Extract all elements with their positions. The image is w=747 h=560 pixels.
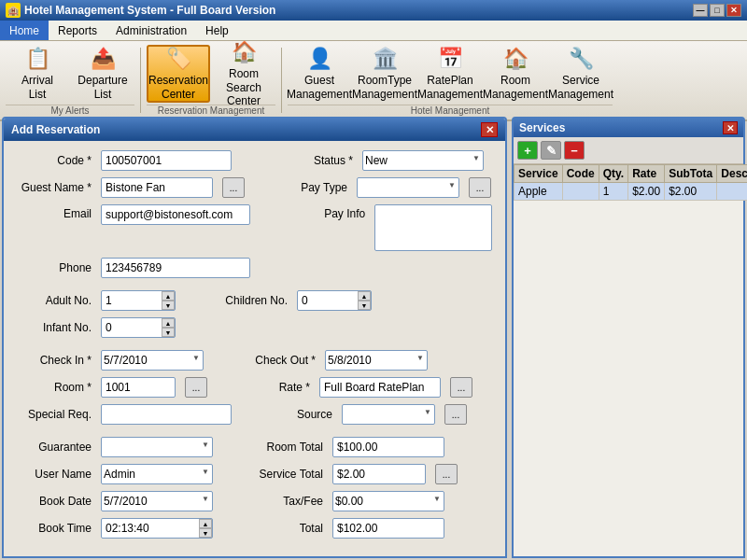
room-search-icon: 🏠 (227, 40, 261, 64)
room-total-input[interactable] (332, 437, 444, 457)
checkin-select[interactable]: 5/7/2010 (101, 350, 204, 371)
rateplan-management-button[interactable]: 📅 RatePlanManagement (418, 45, 482, 103)
room-rate-row: Room * ... Rate * ... (17, 377, 492, 398)
service-total-label: Service Total (248, 468, 323, 481)
adult-no-down-button[interactable]: ▼ (162, 301, 175, 310)
rateplan-icon: 📅 (433, 47, 467, 71)
guarantee-label: Guarantee (17, 441, 92, 454)
adult-no-label: Adult No. (17, 294, 92, 307)
email-payinfo-row: Email Pay Info (17, 204, 492, 251)
service-cell-code (562, 183, 599, 201)
children-no-up-button[interactable]: ▲ (358, 291, 371, 301)
room-label: Room * (17, 381, 92, 394)
services-panel: Services ✕ + ✎ − Service Code Qty. Rate … (512, 117, 745, 558)
hotel-mgmt-label: Hotel Management (288, 105, 613, 116)
checkin-checkout-row: Check In * 5/7/2010 Check Out * 5/8/2010 (17, 350, 492, 371)
room-browse-button[interactable]: ... (185, 377, 207, 398)
phone-row: Phone (17, 258, 492, 278)
phone-label: Phone (17, 261, 92, 274)
code-input[interactable] (101, 150, 232, 171)
special-req-input[interactable] (101, 404, 232, 425)
infant-no-up-button[interactable]: ▲ (162, 318, 175, 328)
reservation-center-button[interactable]: 🏷️ ReservationCenter (147, 45, 210, 103)
source-label: Source (258, 408, 332, 421)
room-input[interactable] (101, 377, 176, 398)
source-browse-button[interactable]: ... (444, 404, 467, 425)
service-management-button[interactable]: 🔧 ServiceManagement (549, 45, 613, 103)
dialog-title-bar: Add Reservation ✕ (4, 119, 505, 141)
rate-label: Rate * (235, 381, 310, 394)
menu-help[interactable]: Help (196, 21, 238, 40)
service-total-browse-button[interactable]: ... (435, 464, 458, 484)
book-time-down-button[interactable]: ▼ (199, 528, 212, 538)
total-input[interactable] (332, 518, 444, 539)
guest-name-input[interactable] (101, 177, 213, 198)
tax-fee-select[interactable]: $0.00 (332, 491, 444, 511)
close-button[interactable]: ✕ (726, 4, 741, 17)
pay-type-label: Pay Type (273, 181, 347, 194)
adults-children-row: Adult No. ▲ ▼ Children No. ▲ ▼ (17, 290, 492, 311)
book-date-label: Book Date (17, 495, 92, 508)
app-icon: 🏨 (6, 3, 21, 18)
infant-row: Infant No. ▲ ▼ (17, 317, 492, 338)
services-add-button[interactable]: + (517, 141, 538, 160)
special-source-row: Special Req. Source ... (17, 404, 492, 425)
maximize-button[interactable]: □ (710, 4, 725, 17)
guest-name-browse-button[interactable]: ... (222, 177, 245, 198)
services-edit-button[interactable]: ✎ (541, 141, 561, 160)
table-row[interactable]: Apple 1 $2.00 $2.00 (514, 183, 748, 201)
book-time-up-button[interactable]: ▲ (199, 519, 212, 528)
roomtype-management-button[interactable]: 🏛️ RoomTypeManagement (353, 45, 416, 103)
arrival-list-icon: 📋 (21, 47, 54, 71)
app-title: Hotel Management System - Full Board Ver… (24, 4, 275, 17)
services-delete-button[interactable]: − (564, 141, 585, 160)
pay-type-select[interactable]: Cash Credit Card (357, 177, 459, 198)
checkout-label: Check Out * (241, 354, 316, 367)
service-cell-service: Apple (514, 183, 563, 201)
menu-home[interactable]: Home (0, 21, 49, 40)
rate-input[interactable] (319, 377, 441, 398)
services-col-qty: Qty. (599, 165, 627, 183)
toolbar: 📋 ArrivalList 📤 DepartureList My Alerts … (0, 41, 747, 121)
room-management-button[interactable]: 🏠 RoomManagement (484, 45, 547, 103)
menu-administration[interactable]: Administration (106, 21, 196, 40)
username-select[interactable]: Admin (101, 464, 213, 484)
dialog-close-button[interactable]: ✕ (481, 122, 498, 137)
services-close-button[interactable]: ✕ (723, 121, 738, 134)
services-toolbar: + ✎ − (514, 137, 743, 164)
pay-info-textarea[interactable] (374, 204, 492, 251)
pay-type-browse-button[interactable]: ... (469, 177, 491, 198)
services-col-code: Code (562, 165, 599, 183)
service-cell-qty: 1 (599, 183, 627, 201)
infant-no-label: Infant No. (17, 321, 92, 334)
book-date-select[interactable]: 5/7/2010 (101, 491, 213, 511)
guarantee-select[interactable] (101, 437, 213, 457)
book-time-input[interactable] (101, 518, 213, 539)
services-title-bar: Services ✕ (514, 119, 743, 137)
service-cell-rate: $2.00 (628, 183, 665, 201)
children-no-down-button[interactable]: ▼ (358, 301, 371, 310)
departure-list-button[interactable]: 📤 DepartureList (71, 45, 134, 103)
infant-no-down-button[interactable]: ▼ (162, 328, 175, 337)
service-total-input[interactable] (332, 464, 426, 484)
roomtype-icon: 🏛️ (368, 47, 402, 71)
menu-reports[interactable]: Reports (49, 21, 106, 40)
dialog-title-text: Add Reservation (11, 123, 100, 136)
booktime-total-row: Book Time ▲ ▼ Total (17, 518, 492, 539)
code-label: Code * (17, 154, 92, 167)
guarantee-roomtotal-row: Guarantee Room Total (17, 437, 492, 457)
minimize-button[interactable]: — (693, 4, 708, 17)
checkout-select[interactable]: 5/8/2010 (325, 350, 428, 371)
dialog-area: Add Reservation ✕ Code * Status * New Co… (2, 117, 745, 558)
status-select[interactable]: New Confirmed Cancelled (362, 150, 484, 171)
source-select[interactable] (342, 404, 435, 425)
adult-no-up-button[interactable]: ▲ (162, 291, 175, 301)
room-search-center-button[interactable]: 🏠 Room SearchCenter (212, 45, 275, 103)
phone-input[interactable] (101, 258, 250, 278)
email-input[interactable] (101, 204, 250, 225)
rate-browse-button[interactable]: ... (450, 377, 472, 398)
guest-management-button[interactable]: 👤 GuestManagement (288, 45, 351, 103)
username-label: User Name (17, 468, 92, 481)
arrival-list-button[interactable]: 📋 ArrivalList (6, 45, 69, 103)
total-label: Total (248, 522, 323, 535)
